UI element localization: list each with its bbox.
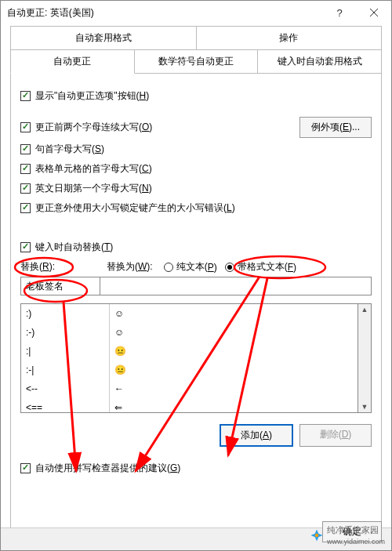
tab-autoformat-as-you-type[interactable]: 键入时自动套用格式	[257, 49, 382, 74]
checkbox-capslock[interactable]	[20, 203, 31, 213]
tab-actions[interactable]: 操作	[196, 26, 383, 50]
watermark-logo-icon	[310, 528, 324, 542]
tab-autoformat[interactable]: 自动套用格式	[10, 26, 197, 50]
scrollbar[interactable]: ▲ ▼	[358, 303, 372, 413]
autocorrect-list[interactable]: :)☺:-)☺:|😐:-|😐<--←<==⇐<=>⇔==>⇒	[20, 303, 358, 413]
table-row[interactable]: :-)☺	[21, 323, 358, 342]
checkbox-replace-as-type[interactable]	[20, 242, 31, 252]
scroll-up-icon[interactable]: ▲	[361, 304, 368, 315]
label-sentence-cap: 句首字母大写(S)	[35, 143, 104, 156]
label-two-caps: 更正前两个字母连续大写(O)	[35, 121, 152, 134]
replace-with-input[interactable]	[100, 277, 372, 295]
table-row[interactable]: :|😐	[21, 342, 358, 361]
title-bar: 自动更正: 英语(美国) ?	[1, 1, 391, 24]
label-capslock: 更正意外使用大小写锁定键产生的大小写错误(L)	[35, 201, 235, 215]
watermark: 纯净系统家园 www.yidaimei.com	[310, 524, 385, 546]
label-replace-as-type: 键入时自动替换(T)	[35, 241, 113, 254]
label-spellcheck-suggest: 自动使用拼写检查器提供的建议(G)	[35, 462, 180, 475]
delete-button: 删除(D)	[299, 424, 372, 447]
checkbox-two-caps[interactable]	[20, 122, 31, 132]
tab-row-upper: 自动套用格式 操作	[10, 26, 382, 50]
close-icon[interactable]	[357, 1, 391, 24]
tab-math-autocorrect[interactable]: 数学符号自动更正	[134, 49, 259, 74]
add-button[interactable]: 添加(A)	[220, 424, 293, 447]
tab-row-lower: 自动更正 数学符号自动更正 键入时自动套用格式	[10, 49, 382, 74]
checkbox-days-cap[interactable]	[20, 183, 31, 194]
table-row[interactable]: :-|😐	[21, 361, 358, 379]
radio-plain-text[interactable]: 纯文本(P)	[164, 260, 217, 274]
label-replace-with: 替换为(W):	[107, 260, 153, 274]
table-row[interactable]: <--←	[21, 379, 358, 398]
label-days-cap: 英文日期第一个字母大写(N)	[35, 182, 152, 195]
help-icon[interactable]: ?	[322, 1, 357, 24]
label-show-options: 显示"自动更正选项"按钮(H)	[35, 89, 149, 103]
checkbox-sentence-cap[interactable]	[20, 144, 31, 154]
panel-autocorrect: 显示"自动更正选项"按钮(H) 更正前两个字母连续大写(O) 例外项(E)...…	[10, 73, 382, 542]
table-row[interactable]: <==⇐	[21, 398, 358, 413]
tab-autocorrect[interactable]: 自动更正	[10, 49, 135, 74]
window-buttons: ?	[322, 1, 391, 24]
checkbox-cell-cap[interactable]	[20, 164, 31, 174]
label-cell-cap: 表格单元格的首字母大写(C)	[35, 162, 152, 176]
scroll-down-icon[interactable]: ▼	[361, 401, 368, 412]
radio-formatted-text[interactable]: 带格式文本(F)	[225, 260, 296, 274]
exceptions-button[interactable]: 例外项(E)...	[299, 117, 372, 138]
checkbox-show-options[interactable]	[20, 91, 31, 101]
replace-input[interactable]: 老板签名	[20, 277, 100, 295]
checkbox-spellcheck-suggest[interactable]	[20, 463, 31, 473]
table-row[interactable]: :)☺	[21, 304, 358, 323]
label-replace: 替换(R):	[20, 260, 96, 274]
svg-point-8	[315, 533, 319, 537]
window-title: 自动更正: 英语(美国)	[7, 6, 94, 20]
